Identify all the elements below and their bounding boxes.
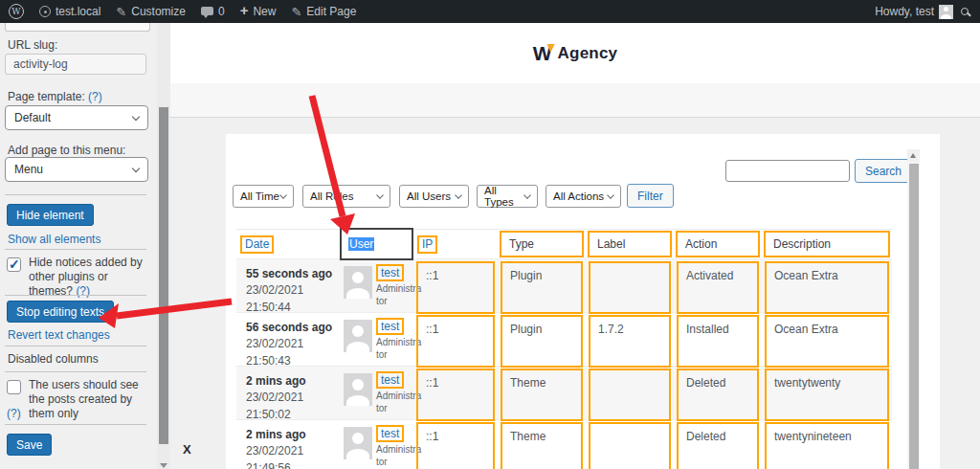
filter-actions-select[interactable]: All Actions	[546, 185, 621, 208]
column-header-date[interactable]: Date	[236, 230, 340, 258]
search-icon[interactable]	[961, 8, 969, 15]
type-cell: Plugin	[498, 313, 586, 369]
customize-menu[interactable]: Customize	[116, 5, 186, 19]
label-cell	[586, 259, 674, 316]
action-cell: Deleted	[674, 367, 762, 423]
page-template-help-link[interactable]: (?)	[88, 90, 102, 103]
plus-icon	[240, 5, 249, 18]
selected-text: User	[348, 237, 374, 251]
main-content: W Agency X Search All Time All Roles All…	[170, 23, 980, 469]
site-icon	[39, 6, 51, 17]
truncated-input[interactable]	[5, 23, 150, 32]
chevron-down-icon	[455, 191, 462, 199]
site-logo: W Agency	[533, 43, 617, 63]
user-cell: test Administrator	[340, 313, 413, 369]
action-cell: Activated	[674, 259, 762, 316]
type-cell: Theme	[498, 420, 586, 469]
user-cell: test Administrator	[340, 259, 413, 316]
filter-button[interactable]: Filter	[627, 184, 674, 208]
logo-text: Agency	[558, 44, 618, 63]
description-cell: twentynineteen	[762, 420, 892, 469]
save-button[interactable]: Save	[7, 434, 52, 456]
user-link[interactable]: test	[376, 264, 404, 281]
user-cell: test Administrator	[340, 367, 413, 423]
type-cell: Theme	[498, 367, 586, 423]
label-cell	[586, 367, 674, 423]
stop-editing-texts-button[interactable]: Stop editing texts	[7, 301, 114, 323]
howdy-label: Howdy, test	[875, 5, 934, 18]
admin-bar-left: W test.local Customize 0 New Edit Page	[0, 4, 356, 19]
editing-focus-box: User	[340, 228, 413, 260]
ip-cell: ::1	[413, 420, 498, 469]
editor-sidebar: URL slug: Page template: (?) Default Add…	[0, 23, 157, 469]
edit-page-menu[interactable]: Edit Page	[291, 5, 356, 19]
avatar	[344, 427, 372, 459]
customize-label: Customize	[131, 5, 186, 18]
hide-notices-checkbox[interactable]	[7, 257, 21, 272]
show-all-elements-link[interactable]: Show all elements	[8, 233, 100, 246]
column-header-action[interactable]: Action	[674, 230, 762, 258]
filter-users-select[interactable]: All Users	[399, 185, 469, 208]
wordpress-menu[interactable]: W	[9, 4, 24, 19]
action-cell: Deleted	[674, 420, 762, 469]
url-slug-input[interactable]	[5, 54, 146, 75]
chevron-down-icon	[132, 112, 140, 120]
user-link[interactable]: test	[376, 425, 404, 442]
sidebar-scrollbar-thumb[interactable]	[159, 107, 168, 444]
user-avatar	[939, 5, 953, 19]
close-panel-x[interactable]: X	[183, 442, 191, 457]
type-cell: Plugin	[498, 259, 586, 316]
chevron-down-icon	[607, 191, 614, 199]
hide-element-button[interactable]: Hide element	[7, 204, 94, 226]
table-row: 56 seconds ago 23/02/2021 21:50:43 test …	[236, 312, 892, 366]
new-label: New	[253, 5, 276, 18]
avatar	[344, 373, 372, 406]
admin-bar: W test.local Customize 0 New Edit Page H…	[0, 0, 980, 23]
column-header-description[interactable]: Description	[762, 230, 892, 258]
site-name-menu[interactable]: test.local	[39, 5, 100, 18]
divider	[5, 295, 146, 296]
users-posts-help-link[interactable]: (?)	[7, 407, 21, 420]
date-cell: 2 mins ago 23/02/2021 21:49:56	[236, 420, 340, 469]
table-row: 2 mins ago 23/02/2021 21:49:56 test Admi…	[236, 419, 892, 469]
filter-roles-select[interactable]: All Roles	[302, 185, 390, 208]
comment-bubble-icon	[201, 7, 213, 15]
ip-cell: ::1	[413, 313, 498, 369]
comments-count: 0	[218, 5, 225, 18]
column-header-user[interactable]: User	[340, 230, 413, 258]
filter-types-select[interactable]: All Types	[477, 185, 538, 208]
divider	[5, 371, 146, 372]
divider	[5, 424, 146, 425]
log-search-button[interactable]: Search	[855, 159, 912, 183]
comments-menu[interactable]: 0	[201, 5, 225, 18]
menu-select[interactable]: Menu	[5, 157, 148, 182]
log-search-input[interactable]	[725, 160, 850, 182]
activity-log-card: Search All Time All Roles All Users All …	[226, 134, 940, 469]
description-cell: Ocean Extra	[762, 313, 892, 369]
divider	[5, 194, 146, 195]
revert-text-changes-link[interactable]: Revert text changes	[8, 328, 110, 342]
column-header-label[interactable]: Label	[586, 230, 674, 258]
scroll-down-arrow-icon[interactable]	[160, 463, 167, 468]
card-scrollbar-thumb[interactable]	[909, 164, 919, 469]
column-header-ip[interactable]: IP	[413, 230, 498, 258]
wordpress-logo-icon: W	[9, 4, 24, 19]
page-title-band	[170, 83, 980, 118]
users-posts-label: The users should see the posts created b…	[29, 378, 151, 421]
label-cell: 1.7.2	[586, 313, 674, 369]
card-scrollbar[interactable]	[907, 149, 920, 469]
date-cell: 56 seconds ago 23/02/2021 21:50:43	[236, 313, 340, 369]
column-header-type[interactable]: Type	[498, 230, 586, 258]
date-cell: 55 seconds ago 23/02/2021 21:50:44	[236, 259, 340, 316]
scroll-up-arrow-icon[interactable]	[907, 149, 920, 162]
table-row: 55 seconds ago 23/02/2021 21:50:44 test …	[236, 258, 892, 312]
new-content-menu[interactable]: New	[240, 5, 277, 18]
users-posts-checkbox[interactable]	[7, 380, 21, 394]
sidebar-scrollbar[interactable]	[157, 23, 170, 469]
user-link[interactable]: test	[376, 318, 404, 335]
logo-w-mark: W	[533, 43, 552, 63]
page-template-select[interactable]: Default	[5, 105, 148, 130]
account-menu[interactable]: Howdy, test	[875, 5, 953, 19]
filter-time-select[interactable]: All Time	[233, 185, 294, 208]
user-link[interactable]: test	[376, 371, 404, 389]
